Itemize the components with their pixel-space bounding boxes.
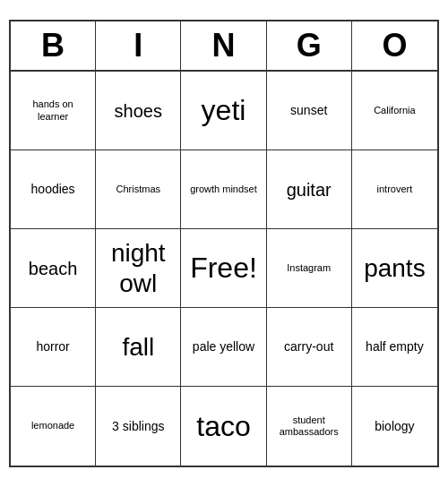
header-letter: B <box>11 21 96 70</box>
bingo-cell: horror <box>11 308 96 387</box>
bingo-cell: hands on learner <box>11 72 96 150</box>
bingo-cell: night owl <box>96 229 181 308</box>
cell-text: carry-out <box>284 339 333 355</box>
header-letter: N <box>181 21 266 70</box>
bingo-cell: California <box>352 72 437 150</box>
cell-text: Free! <box>190 251 257 285</box>
cell-text: beach <box>29 258 78 279</box>
cell-text: California <box>374 105 415 116</box>
cell-text: biology <box>375 419 414 434</box>
bingo-cell: guitar <box>267 150 352 229</box>
header-letter: G <box>267 21 352 70</box>
bingo-cell: fall <box>96 308 181 387</box>
bingo-cell: lemonade <box>11 387 96 466</box>
cell-text: hoodies <box>31 182 75 197</box>
bingo-cell: growth mindset <box>181 150 266 229</box>
cell-text: hands on learner <box>16 98 90 122</box>
cell-text: lemonade <box>31 420 74 431</box>
bingo-cell: shoes <box>96 72 181 150</box>
cell-text: horror <box>36 339 69 355</box>
bingo-card: BINGO hands on learnershoesyetisunsetCal… <box>9 20 439 467</box>
bingo-cell: 3 siblings <box>96 387 181 466</box>
cell-text: half empty <box>366 339 424 355</box>
cell-text: night owl <box>101 238 175 298</box>
bingo-grid: hands on learnershoesyetisunsetCaliforni… <box>11 72 437 466</box>
cell-text: taco <box>196 409 250 443</box>
header-letter: O <box>352 21 437 70</box>
bingo-cell: Christmas <box>96 150 181 229</box>
bingo-cell: Instagram <box>267 229 352 308</box>
header-letter: I <box>96 21 181 70</box>
bingo-cell: half empty <box>352 308 437 387</box>
cell-text: growth mindset <box>190 184 257 195</box>
cell-text: sunset <box>290 103 327 118</box>
bingo-cell: student ambassadors <box>267 387 352 466</box>
cell-text: student ambassadors <box>272 414 346 438</box>
cell-text: yeti <box>202 93 246 127</box>
cell-text: Instagram <box>287 262 331 274</box>
bingo-cell: carry-out <box>267 308 352 387</box>
bingo-cell: introvert <box>352 150 437 229</box>
cell-text: Christmas <box>116 184 161 195</box>
bingo-header: BINGO <box>11 21 437 72</box>
bingo-cell: sunset <box>267 72 352 150</box>
bingo-cell: hoodies <box>11 150 96 229</box>
cell-text: fall <box>122 332 154 363</box>
cell-text: 3 siblings <box>112 419 164 434</box>
cell-text: pale yellow <box>193 339 254 355</box>
bingo-cell: taco <box>181 387 266 466</box>
bingo-cell: biology <box>352 387 437 466</box>
bingo-cell: Free! <box>181 229 266 308</box>
cell-text: pants <box>364 253 426 284</box>
cell-text: shoes <box>115 100 162 122</box>
bingo-cell: pale yellow <box>181 308 266 387</box>
bingo-cell: beach <box>11 229 96 308</box>
bingo-cell: pants <box>352 229 437 308</box>
cell-text: introvert <box>377 184 413 195</box>
cell-text: guitar <box>287 179 332 201</box>
bingo-cell: yeti <box>181 72 266 150</box>
